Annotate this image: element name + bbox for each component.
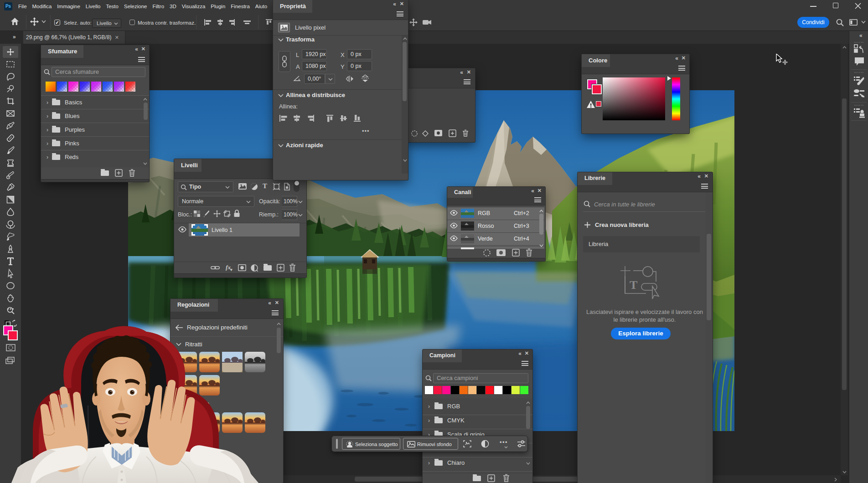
svg-text:T: T [630,278,637,292]
